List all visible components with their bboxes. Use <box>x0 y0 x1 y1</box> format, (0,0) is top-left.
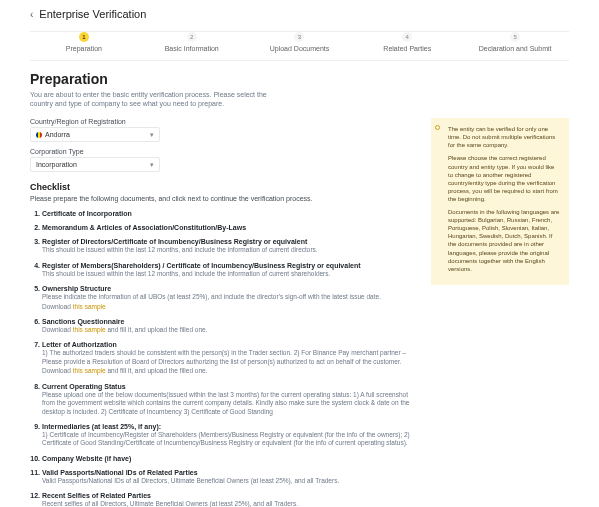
sample-link[interactable]: this sample <box>73 303 106 310</box>
checklist-item-desc: Please indicate the information of all U… <box>42 293 417 301</box>
checklist-item-download: Download this sample and fill it, and up… <box>42 367 417 375</box>
title-bar: ‹ Enterprise Verification <box>30 8 569 20</box>
checklist-item: Recent Selfies of Related PartiesRecent … <box>42 492 417 507</box>
checklist-item: Current Operating StatusPlease upload on… <box>42 383 417 416</box>
page-subtitle: You are about to enter the basic entity … <box>30 90 280 108</box>
checklist-item: Certificate of Incorporation <box>42 210 417 217</box>
corporation-type-label: Corporation Type <box>30 148 417 155</box>
checklist-item: Register of Members(Shareholders) / Cert… <box>42 262 417 278</box>
tip-text: Please choose the correct registered cou… <box>448 154 561 203</box>
checklist-item: Memorandum & Articles of Association/Con… <box>42 224 417 231</box>
step-number: 4 <box>402 32 412 42</box>
country-value: Andorra <box>45 131 70 138</box>
checklist-item: Intermediaries (at least 25%, if any):1)… <box>42 423 417 448</box>
tip-text: Documents in the following languages are… <box>448 208 561 273</box>
step-preparation[interactable]: 1 Preparation <box>30 32 138 52</box>
step-label: Upload Documents <box>270 45 330 52</box>
checklist-subheading: Please prepare the following documents, … <box>30 195 417 202</box>
checklist-item: Letter of Authorization1) The authorized… <box>42 341 417 375</box>
checklist-item-desc: Recent selfies of all Directors, Ultimat… <box>42 500 417 507</box>
corporation-type-value: Incorporation <box>36 161 77 168</box>
checklist-item-download: Download this sample <box>42 303 417 311</box>
checklist-item-desc: This should be issued within the last 12… <box>42 246 417 254</box>
checklist-item-title: Intermediaries (at least 25%, if any): <box>42 423 161 430</box>
checklist: Certificate of IncorporationMemorandum &… <box>30 210 417 507</box>
checklist-item-title: Ownership Structure <box>42 285 111 292</box>
checklist-item-desc: Valid Passports/National IDs of all Dire… <box>42 477 417 485</box>
country-label: Country/Region of Registration <box>30 118 417 125</box>
checklist-item-desc: This should be issued within the last 12… <box>42 270 417 278</box>
checklist-item-title: Certificate of Incorporation <box>42 210 132 217</box>
tip-text: The entity can be verified for only one … <box>448 125 561 149</box>
checklist-item-title: Sanctions Questionnaire <box>42 318 124 325</box>
step-number: 3 <box>294 32 304 42</box>
checklist-item: Register of Directors/Certificate of Inc… <box>42 238 417 254</box>
checklist-item: Company Website (if have) <box>42 455 417 462</box>
lightbulb-icon <box>435 125 440 130</box>
page-title: Preparation <box>30 71 569 87</box>
step-label: Declaration and Submit <box>479 45 552 52</box>
checklist-item-title: Register of Members(Shareholders) / Cert… <box>42 262 361 269</box>
checklist-item-title: Letter of Authorization <box>42 341 117 348</box>
checklist-item: Valid Passports/National IDs of Related … <box>42 469 417 485</box>
sample-link[interactable]: this sample <box>73 367 106 374</box>
step-number: 1 <box>79 32 89 42</box>
checklist-item: Sanctions QuestionnaireDownload this sam… <box>42 318 417 334</box>
step-label: Related Parties <box>383 45 431 52</box>
checklist-item-desc: 1) Certificate of Incumbency/Register of… <box>42 431 417 448</box>
chevron-down-icon: ▾ <box>150 161 154 169</box>
chevron-down-icon: ▾ <box>150 131 154 139</box>
checklist-heading: Checklist <box>30 182 417 192</box>
step-upload-documents[interactable]: 3 Upload Documents <box>246 32 354 52</box>
checklist-item-title: Recent Selfies of Related Parties <box>42 492 151 499</box>
step-number: 5 <box>510 32 520 42</box>
step-label: Basic Information <box>165 45 219 52</box>
tips-panel: The entity can be verified for only one … <box>431 118 569 285</box>
sample-link[interactable]: this sample <box>73 326 106 333</box>
checklist-item-title: Company Website (if have) <box>42 455 131 462</box>
flag-icon <box>36 132 42 138</box>
step-declaration-submit[interactable]: 5 Declaration and Submit <box>461 32 569 52</box>
checklist-item-title: Valid Passports/National IDs of Related … <box>42 469 198 476</box>
back-icon[interactable]: ‹ <box>30 9 33 20</box>
page-header-title: Enterprise Verification <box>39 8 146 20</box>
step-related-parties[interactable]: 4 Related Parties <box>353 32 461 52</box>
step-basic-information[interactable]: 2 Basic Information <box>138 32 246 52</box>
progress-stepper: 1 Preparation 2 Basic Information 3 Uplo… <box>30 26 569 61</box>
checklist-item-title: Register of Directors/Certificate of Inc… <box>42 238 307 245</box>
checklist-item: Ownership StructurePlease indicate the i… <box>42 285 417 311</box>
country-select[interactable]: Andorra ▾ <box>30 127 160 142</box>
checklist-item-title: Current Operating Status <box>42 383 126 390</box>
checklist-item-desc: 1) The authorized traders should be cons… <box>42 349 417 366</box>
checklist-item-download: Download this sample and fill it, and up… <box>42 326 417 334</box>
corporation-type-select[interactable]: Incorporation ▾ <box>30 157 160 172</box>
checklist-item-title: Memorandum & Articles of Association/Con… <box>42 224 246 231</box>
checklist-item-desc: Please upload one of the below documents… <box>42 391 417 416</box>
step-label: Preparation <box>66 45 102 52</box>
step-number: 2 <box>187 32 197 42</box>
